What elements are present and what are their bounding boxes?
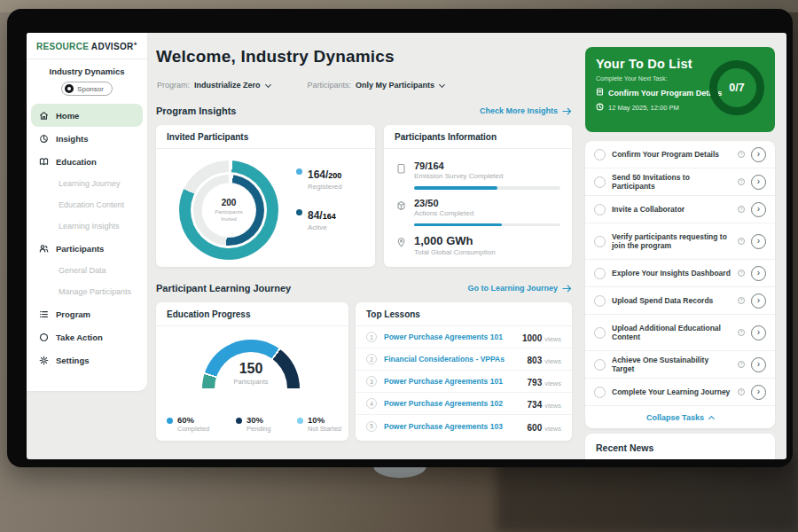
views-label: views [544,402,561,410]
sidebar: RESOURCE ADVISOR+ Industry Dynamics Spon… [27,33,147,391]
lesson-row: 1 Power Purchase Agreements 101 1000view… [356,326,572,348]
sidebar-item-label: General Data [59,266,106,275]
chevron-right-button[interactable]: › [751,234,766,249]
views-count: 734 [528,400,543,410]
task-checkbox[interactable] [594,176,606,188]
pin-icon [396,234,406,256]
task-checkbox[interactable] [594,236,606,247]
info-icon[interactable]: ? [738,238,745,245]
link-label: Go to Learning Journey [467,284,558,293]
lesson-link[interactable]: Power Purchase Agreements 101 [384,332,515,341]
clock-icon [596,103,604,113]
info-icon[interactable]: ? [738,297,745,304]
info-icon[interactable]: ? [738,151,745,158]
sidebar-item-learning-insights[interactable]: Learning Insights [31,215,143,237]
learning-journey-header: Participant Learning Journey Go to Learn… [156,283,572,293]
lesson-link[interactable]: Power Purchase Agreements 103 [384,422,520,431]
chevron-right-button[interactable]: › [751,325,766,340]
invited-donut-ring-inner: 200 Participants Invited [193,175,264,246]
info-icon[interactable]: ? [738,206,745,213]
sidebar-item-participants[interactable]: Participants [31,237,143,260]
lesson-row: 4 Power Purchase Agreements 102 734views [356,393,572,415]
recent-news-title: Recent News [585,434,775,459]
sidebar-item-insights[interactable]: Insights [31,127,143,150]
task-row: Send 50 Invitations to Participants ? › [585,168,775,196]
sidebar-item-education[interactable]: Education [31,150,143,173]
task-checkbox[interactable] [594,359,606,371]
rank-badge: 3 [366,376,377,387]
task-checkbox[interactable] [594,387,606,398]
views-count: 1000 [522,333,542,343]
legend-label: Completed [177,425,209,433]
section-title: Program Insights [156,106,236,116]
legend-label: Not Started [308,425,341,433]
task-label: Invite a Collaborator [612,205,732,214]
arrow-right-icon [562,285,572,293]
sidebar-item-home[interactable]: Home [31,104,143,127]
legend-total: 200 [328,171,341,180]
info-icon[interactable]: ? [738,329,745,336]
donut-center-value: 200 [222,198,237,207]
task-row: Verify participants requesting to join t… [585,223,775,260]
task-label: Upload Additional Educational Content [612,324,732,341]
progress-fill [414,223,502,227]
chevron-right-button[interactable]: › [751,202,766,217]
sidebar-item-label: Learning Insights [59,222,120,231]
sidebar-item-settings[interactable]: Settings [31,348,143,372]
info-value: 23/50 [414,198,560,208]
legend-value: 60% [177,415,209,425]
lesson-link[interactable]: Power Purchase Agreements 101 [384,377,520,386]
legend-dot [296,168,302,175]
legend-value: 164/ [308,168,328,181]
sidebar-item-education-content[interactable]: Education Content [31,194,143,215]
sidebar-item-manage-participants[interactable]: Manage Participants [31,281,143,302]
chevron-down-icon[interactable] [264,81,270,87]
logo-text-secondary: ADVISOR [91,42,134,51]
task-checkbox[interactable] [594,149,606,160]
collapse-tasks-link[interactable]: Collapse Tasks [585,406,775,428]
chevron-right-button[interactable]: › [751,385,766,400]
info-icon[interactable]: ? [738,361,745,368]
donut-center-label: Participants Invited [209,209,248,223]
legend-value: 84/ [308,209,323,222]
task-checkbox[interactable] [594,268,606,279]
clipboard-icon [396,160,406,190]
task-row: Upload Spend Data Records ? › [585,287,775,315]
legend-dot [296,209,302,215]
chevron-right-button[interactable]: › [751,147,766,162]
home-icon [39,111,49,121]
info-icon[interactable]: ? [738,388,745,395]
sidebar-item-learning-journey[interactable]: Learning Journey [31,173,143,194]
collapse-tasks-label: Collapse Tasks [646,413,704,422]
lesson-link[interactable]: Financial Considerations - VPPAs [384,355,520,364]
sponsor-badge-label: Sponsor [77,85,104,93]
participants-filter-value[interactable]: Only My Participants [356,81,434,90]
legend-item-active: 84/164 Active [296,207,342,231]
info-icon[interactable]: ? [738,178,745,185]
education-progress-card: Education Progress 150 Participants 60% … [156,302,348,441]
sponsor-badge[interactable]: Sponsor [61,82,113,96]
sidebar-item-program[interactable]: Program [31,302,143,325]
card-title: Top Lessons [356,302,572,326]
go-to-learning-journey-link[interactable]: Go to Learning Journey [467,284,572,293]
check-more-insights-link[interactable]: Check More Insights [480,106,572,115]
task-checkbox[interactable] [594,204,606,215]
info-icon[interactable]: ? [738,270,745,277]
invited-donut-ring-outer: 200 Participants Invited [179,160,278,260]
task-checkbox[interactable] [594,295,606,307]
program-filter-label: Program: [157,81,190,90]
lesson-link[interactable]: Power Purchase Agreements 102 [384,399,520,408]
sidebar-item-label: Take Action [56,332,103,342]
rank-badge: 4 [366,398,377,409]
task-checkbox[interactable] [594,327,606,339]
chevron-right-button[interactable]: › [751,175,766,190]
sidebar-item-general-data[interactable]: General Data [31,260,143,281]
task-label: Confirm Your Program Details [612,150,732,159]
invited-donut-gap: 200 Participants Invited [191,172,267,248]
chevron-right-button[interactable]: › [751,266,766,281]
chevron-down-icon[interactable] [439,81,445,87]
chevron-right-button[interactable]: › [751,357,766,372]
chevron-right-button[interactable]: › [751,293,766,309]
program-filter-value[interactable]: Industrialize Zero [194,81,261,90]
sidebar-item-take-action[interactable]: Take Action [31,325,143,348]
